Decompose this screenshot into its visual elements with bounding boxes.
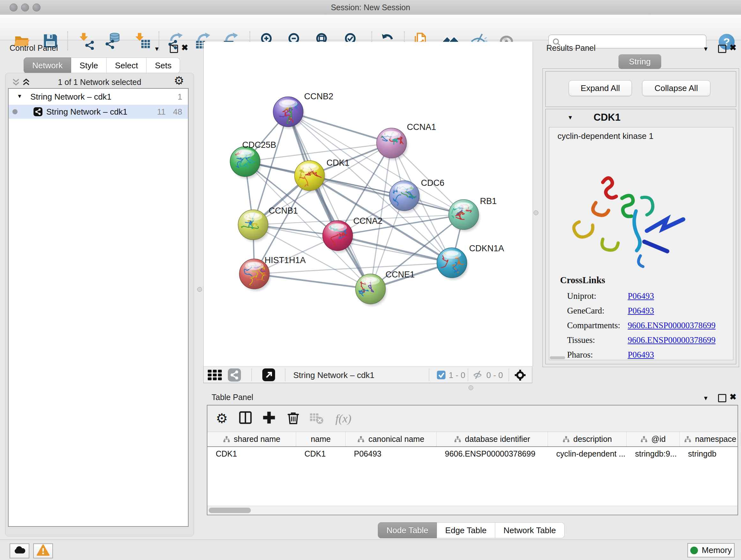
tab-network[interactable]: Network	[23, 57, 71, 73]
right-splitter-handle[interactable]	[534, 210, 538, 215]
crosshair-move-icon[interactable]	[513, 368, 527, 382]
import-table-button[interactable]	[133, 32, 151, 50]
table-panel-menu-icon[interactable]: ▾	[704, 394, 708, 402]
table-body: CDK1CDK1P064939606.ENSP00000378699cyclin…	[207, 447, 738, 506]
function-builder-button[interactable]: f(x)	[331, 410, 356, 427]
window-title: Session: New Session	[0, 0, 741, 15]
tab-sets[interactable]: Sets	[146, 57, 180, 73]
node-CDK1[interactable]: CDK1	[294, 158, 349, 192]
node-label-CCNB1: CCNB1	[269, 206, 298, 215]
node-label-RB1: RB1	[480, 196, 497, 206]
column-header-@id[interactable]: @id	[627, 432, 680, 446]
horizontal-splitter-handle[interactable]	[468, 385, 473, 390]
import-network-file-button[interactable]	[77, 32, 95, 50]
protein-structure-image	[565, 163, 686, 278]
selected-checkbox-icon[interactable]	[437, 371, 446, 379]
crosslink-row: Pharos:P06493	[567, 348, 716, 360]
column-header-shared-name[interactable]: shared name	[207, 432, 296, 446]
node-label-HIST1H1A: HIST1H1A	[265, 255, 306, 265]
node-CCNE1[interactable]: CCNE1	[345, 270, 414, 306]
network-share-icon	[33, 107, 43, 116]
results-hscroll-thumb[interactable]	[550, 356, 565, 359]
crosslink-link[interactable]: P06493	[628, 306, 654, 316]
warnings-button[interactable]	[33, 543, 53, 558]
network-tab-content: 1 of 1 Network selected ⚙ ▼ String Netwo…	[5, 73, 194, 537]
import-network-database-button[interactable]	[105, 32, 122, 50]
network-graph[interactable]: CCNB2CCNA1CDC25BCDK1CDC6RB1CCNB1CCNA2CDK…	[204, 42, 533, 366]
collection-expander-icon[interactable]: ▼	[17, 93, 22, 100]
left-splitter-handle[interactable]	[197, 287, 202, 292]
crosslink-link[interactable]: P06493	[628, 291, 654, 301]
table-panel-close-button[interactable]: ✖	[730, 392, 737, 402]
network-view-icon[interactable]	[228, 368, 241, 381]
results-panel-body: Expand All Collapse All ▼ CDK1 cyclin-de…	[542, 68, 739, 367]
node-RB1[interactable]: RB1	[449, 196, 497, 232]
crosslink-row: Uniprot:P06493	[567, 289, 716, 303]
tab-node-table[interactable]: Node Table	[378, 522, 437, 538]
crosslinks-list: Uniprot:P06493GeneCard:P06493Compartment…	[567, 289, 716, 360]
crosslink-label: Uniprot:	[567, 291, 628, 301]
crosslink-link[interactable]: 9606.ENSP00000378699	[628, 335, 716, 345]
control-panel-menu-icon[interactable]: ▾	[155, 45, 158, 53]
table-cell[interactable]: P06493	[346, 447, 436, 460]
cloud-button[interactable]	[10, 543, 29, 558]
table-cell[interactable]: stringdb	[680, 447, 738, 460]
column-header-namespace[interactable]: namespace	[680, 432, 741, 446]
crosslink-label: Pharos:	[567, 350, 628, 360]
column-header-canonical-name[interactable]: canonical name	[346, 432, 436, 446]
network-collection-row[interactable]: ▼ String Network – cdk1 1	[9, 89, 188, 105]
edge-HIST1H1A-CCNE1[interactable]	[254, 274, 370, 289]
title-bar: Session: New Session	[0, 0, 741, 15]
entry-detail: cyclin-dependent kinase 1	[549, 127, 733, 360]
table-panel-float-button[interactable]	[718, 394, 726, 402]
column-header-database-identifier[interactable]: database identifier	[436, 432, 548, 446]
show-columns-button[interactable]	[237, 410, 254, 427]
column-header-description[interactable]: description	[548, 432, 627, 446]
results-panel-float-button[interactable]	[718, 45, 726, 53]
control-panel-close-button[interactable]: ✖	[181, 43, 188, 53]
delete-table-button[interactable]	[308, 410, 325, 427]
tab-string[interactable]: String	[618, 54, 661, 69]
crosslink-link[interactable]: P06493	[628, 350, 654, 360]
grid-view-icon[interactable]	[208, 370, 223, 381]
crosslink-link[interactable]: 9606.ENSP00000378699	[628, 320, 716, 330]
network-canvas[interactable]: CCNB2CCNA1CDC25BCDK1CDC6RB1CCNB1CCNA2CDK…	[203, 42, 533, 366]
tab-network-table[interactable]: Network Table	[495, 522, 564, 538]
tab-select[interactable]: Select	[107, 57, 146, 73]
node-CDKN1A[interactable]: CDKN1A	[437, 244, 504, 280]
network-row-selected[interactable]: String Network – cdk1 11 48	[9, 105, 188, 119]
separator	[252, 368, 252, 381]
results-panel-close-button[interactable]: ✖	[730, 43, 737, 53]
table-panel-title: Table Panel	[212, 393, 253, 402]
expand-all-button[interactable]: Expand All	[569, 80, 632, 96]
memory-button[interactable]: Memory	[687, 543, 735, 557]
table-import-icon	[133, 32, 151, 50]
gear-icon[interactable]: ⚙	[174, 75, 184, 86]
add-column-button[interactable]	[260, 410, 278, 427]
column-header-name[interactable]: name	[296, 432, 346, 446]
tab-style[interactable]: Style	[71, 57, 107, 73]
hidden-eye-slash-icon[interactable]	[472, 370, 483, 380]
crosslink-label: GeneCard:	[567, 306, 628, 316]
separator	[429, 368, 429, 381]
delete-column-button[interactable]	[285, 410, 302, 427]
table-cell[interactable]: CDK1	[207, 447, 296, 460]
table-row[interactable]: CDK1CDK1P064939606.ENSP00000378699cyclin…	[207, 447, 738, 460]
collection-count: 1	[178, 92, 182, 102]
table-cell[interactable]: CDK1	[296, 447, 346, 460]
node-label-CCNA1: CCNA1	[407, 122, 436, 132]
table-cell[interactable]: stringdb:9...	[627, 447, 680, 460]
table-cell[interactable]: cyclin-dependent ...	[548, 447, 627, 460]
results-panel-menu-icon[interactable]: ▾	[704, 45, 708, 53]
entry-expander-icon[interactable]: ▼	[567, 114, 573, 121]
table-hscroll-thumb[interactable]	[209, 508, 251, 513]
node-CCNA1[interactable]: CCNA1	[376, 122, 436, 160]
table-settings-button[interactable]: ⚙	[213, 410, 230, 427]
import-network-icon	[77, 32, 95, 50]
crosslink-row: Compartments:9606.ENSP00000378699	[567, 318, 716, 333]
tab-edge-table[interactable]: Edge Table	[437, 522, 495, 538]
collapse-all-button[interactable]: Collapse All	[642, 80, 711, 96]
table-cell[interactable]: 9606.ENSP00000378699	[436, 447, 548, 460]
open-in-window-icon[interactable]	[262, 368, 275, 381]
control-panel-float-button[interactable]	[170, 45, 178, 53]
